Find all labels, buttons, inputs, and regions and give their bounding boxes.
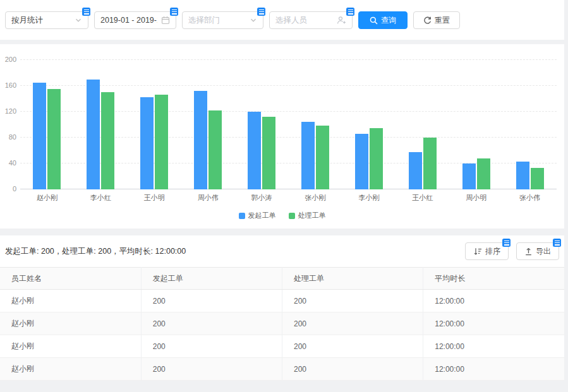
table-cell: 200 <box>141 358 282 381</box>
bar-group <box>396 60 449 189</box>
stat-type-select[interactable]: 按月统计 <box>5 11 88 29</box>
table-cell: 12:00:00 <box>423 335 564 358</box>
query-button-label: 查询 <box>381 15 396 26</box>
bar-initiated[interactable] <box>462 163 476 189</box>
bar-processed[interactable] <box>47 89 61 189</box>
chart-legend: 发起工单处理工单 <box>0 211 564 220</box>
table-cell: 12:00:00 <box>423 290 564 312</box>
bar-group <box>235 60 289 189</box>
bar-group <box>503 60 557 189</box>
bar-initiated[interactable] <box>33 83 46 189</box>
summary-text: 发起工单: 200，处理工单: 200，平均时长: 12:00:00 <box>5 246 186 257</box>
table-row[interactable]: 赵小刚20020012:00:00 <box>0 335 564 358</box>
chevron-down-icon <box>250 16 257 24</box>
legend-item[interactable]: 处理工单 <box>289 211 326 220</box>
table-cell: 200 <box>282 312 423 335</box>
bar-initiated[interactable] <box>409 152 422 189</box>
export-button-label: 导出 <box>536 246 551 257</box>
stats-table: 员工姓名发起工单处理工单平均时长 赵小刚20020012:00:00赵小刚200… <box>0 267 564 381</box>
bar-initiated[interactable] <box>248 112 261 189</box>
calendar-icon <box>161 16 170 25</box>
bar-initiated[interactable] <box>355 134 368 189</box>
menu-badge-icon <box>553 239 561 247</box>
bar-chart: 04080120160200 <box>20 60 557 189</box>
bar-group <box>289 60 342 189</box>
menu-badge-icon <box>502 239 511 247</box>
bar-processed[interactable] <box>155 95 168 189</box>
table-actions: 排序 导出 <box>465 242 559 260</box>
table-cell: 200 <box>282 290 423 312</box>
column-header: 平均时长 <box>423 268 564 290</box>
query-button[interactable]: 查询 <box>358 11 408 29</box>
bar-group <box>74 60 128 189</box>
date-range-value: 2019-01 - 2019-12 <box>100 16 157 25</box>
bar-processed[interactable] <box>423 138 437 189</box>
x-tick-label: 周小明 <box>449 193 503 203</box>
bar-group <box>449 60 503 189</box>
bar-processed[interactable] <box>370 128 383 189</box>
table-cell: 200 <box>282 335 423 358</box>
table-cell: 赵小刚 <box>0 290 141 312</box>
x-axis-labels: 赵小刚李小红王小明周小伟郭小涛张小刚李小刚王小红周小明张小伟 <box>20 193 557 203</box>
sort-button-label: 排序 <box>485 246 500 257</box>
person-input[interactable]: 选择人员 <box>269 11 353 29</box>
table-cell: 赵小刚 <box>0 335 141 358</box>
stat-type-value: 按月统计 <box>11 15 71 26</box>
bar-processed[interactable] <box>101 92 114 189</box>
bar-processed[interactable] <box>316 126 329 189</box>
menu-badge-icon <box>170 8 178 16</box>
sort-button[interactable]: 排序 <box>465 242 509 260</box>
column-header: 处理工单 <box>282 268 423 290</box>
x-tick-label: 王小明 <box>128 193 181 203</box>
column-header: 发起工单 <box>141 268 282 290</box>
bar-group <box>20 60 74 189</box>
x-tick-label: 赵小刚 <box>20 193 74 203</box>
table-cell: 赵小刚 <box>0 358 141 381</box>
column-header: 员工姓名 <box>0 268 141 290</box>
bar-processed[interactable] <box>531 168 544 189</box>
bar-processed[interactable] <box>208 110 222 189</box>
search-icon <box>370 16 378 25</box>
menu-badge-icon <box>346 8 354 16</box>
legend-item[interactable]: 发起工单 <box>239 211 276 220</box>
bar-group <box>342 60 396 189</box>
upload-icon <box>524 247 533 256</box>
bar-initiated[interactable] <box>516 162 529 189</box>
bar-initiated[interactable] <box>194 91 207 189</box>
legend-swatch <box>289 213 295 219</box>
department-select[interactable]: 选择部门 <box>182 11 263 29</box>
x-tick-label: 王小红 <box>396 193 449 203</box>
bar-plot <box>20 60 557 189</box>
table-cell: 12:00:00 <box>423 312 564 335</box>
table-header-row: 员工姓名发起工单处理工单平均时长 <box>0 268 564 290</box>
menu-badge-icon <box>82 8 90 16</box>
legend-label: 处理工单 <box>298 211 326 220</box>
reset-button-label: 重置 <box>435 15 450 26</box>
x-tick-label: 李小刚 <box>342 193 396 203</box>
reset-button[interactable]: 重置 <box>413 11 460 29</box>
chevron-down-icon <box>75 16 82 24</box>
table-row[interactable]: 赵小刚20020012:00:00 <box>0 312 564 335</box>
bar-initiated[interactable] <box>301 122 315 189</box>
table-body: 赵小刚20020012:00:00赵小刚20020012:00:00赵小刚200… <box>0 290 564 381</box>
table-cell: 12:00:00 <box>423 358 564 381</box>
sort-descending-icon <box>473 247 482 256</box>
y-tick-label: 200 <box>1 56 16 63</box>
bar-processed[interactable] <box>477 158 490 189</box>
bar-initiated[interactable] <box>140 97 154 189</box>
table-row[interactable]: 赵小刚20020012:00:00 <box>0 358 564 381</box>
x-tick-label: 张小刚 <box>289 193 342 203</box>
table-cell: 赵小刚 <box>0 312 141 335</box>
x-tick-label: 周小伟 <box>181 193 235 203</box>
x-tick-label: 李小红 <box>74 193 128 203</box>
export-button[interactable]: 导出 <box>516 242 559 260</box>
bar-initiated[interactable] <box>87 80 100 189</box>
department-placeholder: 选择部门 <box>188 15 246 26</box>
bar-group <box>181 60 235 189</box>
table-row[interactable]: 赵小刚20020012:00:00 <box>0 290 564 312</box>
bar-processed[interactable] <box>262 117 275 189</box>
table-cell: 200 <box>141 290 282 312</box>
y-tick-label: 120 <box>1 107 16 115</box>
date-range-picker[interactable]: 2019-01 - 2019-12 <box>94 11 176 29</box>
y-tick-label: 0 <box>1 185 16 193</box>
